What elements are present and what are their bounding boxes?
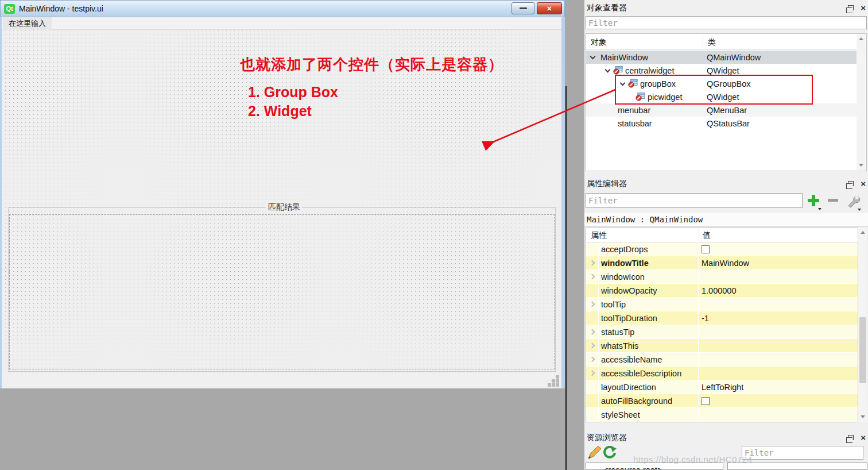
- property-value[interactable]: -1: [699, 311, 858, 325]
- menu-type-here-item[interactable]: 在这里输入: [3, 17, 52, 30]
- annotation-item-widget: 2. Widget: [248, 103, 312, 120]
- resource-browser-header[interactable]: 资源浏览器 ×: [584, 431, 868, 444]
- minimize-button[interactable]: [512, 2, 534, 14]
- tree-class-name: QStatusBar: [707, 119, 750, 128]
- close-button[interactable]: ×: [537, 2, 562, 14]
- form-canvas[interactable]: 也就添加了两个控件（实际上是容器） 1. Group Box 2. Widget…: [2, 30, 561, 372]
- edit-resources-pencil-icon[interactable]: [587, 446, 601, 460]
- tree-scrollbar[interactable]: [857, 34, 866, 170]
- tree-object-name: centralwidget: [625, 66, 674, 75]
- property-value[interactable]: [699, 367, 858, 380]
- chevron-right-icon[interactable]: [590, 357, 595, 363]
- tree-row-groupbox[interactable]: groupBox QGroupBox: [586, 77, 857, 90]
- property-value[interactable]: [699, 408, 858, 421]
- annotation-item-groupbox: 1. Group Box: [248, 84, 338, 101]
- scroll-up-icon[interactable]: [858, 231, 867, 240]
- selected-object-class: MainWindow : QMainWindow: [584, 213, 868, 227]
- property-row[interactable]: statusTip: [586, 325, 858, 339]
- property-row[interactable]: layoutDirection LeftToRight: [586, 380, 858, 394]
- tree-class-name: QMainWindow: [707, 53, 761, 62]
- background-window-edge: [565, 86, 567, 470]
- chevron-down-icon[interactable]: [590, 53, 596, 59]
- annotation-text-main: 也就添加了两个控件（实际上是容器）: [240, 55, 503, 75]
- property-row[interactable]: styleSheet: [586, 408, 858, 422]
- property-value[interactable]: [699, 339, 858, 352]
- chevron-right-icon[interactable]: [590, 302, 595, 307]
- property-editor-header[interactable]: 属性编辑器 ×: [584, 177, 868, 190]
- close-dock-icon[interactable]: ×: [861, 179, 866, 188]
- scroll-down-icon[interactable]: [858, 413, 867, 422]
- chevron-right-icon[interactable]: [590, 371, 595, 376]
- chevron-right-icon[interactable]: [590, 343, 595, 349]
- column-value: 值: [703, 230, 711, 241]
- status-bar-area: [2, 372, 561, 388]
- remove-dynamic-property-button[interactable]: [827, 193, 842, 208]
- groupbox-widget[interactable]: 匹配结果: [8, 207, 556, 372]
- property-row[interactable]: autoFillBackground: [586, 394, 858, 408]
- property-table-columns[interactable]: 属性 值: [586, 228, 858, 242]
- scroll-down-icon[interactable]: [857, 161, 866, 170]
- resource-root-item[interactable]: <resource root>: [586, 463, 723, 470]
- checkbox-unchecked[interactable]: [702, 397, 710, 405]
- close-dock-icon[interactable]: ×: [861, 433, 866, 442]
- close-dock-icon[interactable]: ×: [861, 3, 866, 12]
- property-value[interactable]: [699, 325, 858, 338]
- property-value[interactable]: [699, 353, 858, 366]
- add-dynamic-property-button[interactable]: [807, 193, 822, 208]
- float-dock-icon[interactable]: [848, 5, 854, 10]
- property-value[interactable]: LeftToRight: [699, 380, 858, 394]
- property-row[interactable]: toolTipDuration -1: [586, 311, 858, 325]
- chevron-right-icon[interactable]: [590, 260, 595, 266]
- tree-row-mainwindow[interactable]: MainWindow QMainWindow: [586, 51, 857, 64]
- float-dock-icon[interactable]: [848, 181, 854, 186]
- chevron-down-icon[interactable]: [605, 67, 611, 72]
- no-layout-widget-icon: [628, 79, 638, 88]
- chevron-right-icon[interactable]: [590, 274, 595, 280]
- property-value[interactable]: 1.000000: [699, 284, 858, 297]
- property-row[interactable]: accessibleName: [586, 353, 858, 367]
- property-row[interactable]: windowOpacity 1.000000: [586, 284, 858, 298]
- chevron-down-icon[interactable]: [818, 208, 822, 210]
- resize-grip[interactable]: [548, 375, 560, 387]
- chevron-right-icon[interactable]: [590, 329, 595, 335]
- property-value[interactable]: [699, 298, 858, 311]
- property-row[interactable]: whatsThis: [586, 339, 858, 353]
- float-dock-icon[interactable]: [848, 435, 854, 440]
- property-row[interactable]: windowIcon: [586, 270, 858, 284]
- property-row[interactable]: toolTip: [586, 298, 858, 311]
- tree-class-name: QMenuBar: [707, 106, 747, 115]
- resource-filter-input[interactable]: [742, 446, 863, 460]
- tree-row-menubar[interactable]: menubar QMenuBar: [586, 103, 857, 117]
- object-tree-columns[interactable]: 对象 类: [586, 34, 866, 50]
- reload-resources-icon[interactable]: [603, 446, 617, 460]
- chevron-down-icon[interactable]: [858, 209, 861, 211]
- property-filter-input[interactable]: [586, 193, 803, 208]
- no-layout-widget-icon: [636, 93, 645, 101]
- tree-object-name: MainWindow: [600, 53, 648, 62]
- resource-files-pane[interactable]: [727, 463, 867, 470]
- tree-object-name: groupBox: [640, 79, 676, 88]
- window-titlebar[interactable]: Qt MainWindow - testpiv.ui ×: [0, 0, 565, 17]
- configure-property-editor-button[interactable]: [846, 193, 861, 208]
- object-inspector-filter-input[interactable]: [586, 16, 867, 29]
- property-name: acceptDrops: [599, 242, 699, 256]
- property-row[interactable]: acceptDrops: [586, 242, 858, 256]
- property-row[interactable]: windowTitle MainWindow: [586, 256, 858, 270]
- property-scrollbar[interactable]: [858, 228, 867, 422]
- checkbox-unchecked[interactable]: [702, 245, 710, 253]
- property-row[interactable]: accessibleDescription: [586, 367, 858, 380]
- window-title: MainWindow - testpiv.ui: [19, 4, 103, 13]
- chevron-down-icon[interactable]: [620, 80, 626, 86]
- property-value[interactable]: [699, 270, 858, 283]
- scrollbar-thumb[interactable]: [859, 317, 866, 383]
- property-value[interactable]: MainWindow: [699, 256, 858, 269]
- property-name: toolTipDuration: [599, 311, 699, 325]
- tree-row-centralwidget[interactable]: centralwidget QWidget: [586, 64, 857, 77]
- object-inspector-header[interactable]: 对象查看器 ×: [584, 1, 868, 14]
- tree-row-statusbar[interactable]: statusbar QStatusBar: [586, 117, 857, 130]
- tree-row-picwidget[interactable]: picwidget QWidget: [586, 90, 857, 103]
- resource-tree-pane[interactable]: <resource root>: [586, 463, 723, 470]
- picwidget-widget[interactable]: [9, 214, 555, 369]
- scroll-up-icon[interactable]: [857, 37, 866, 47]
- tree-object-name: statusbar: [618, 119, 652, 128]
